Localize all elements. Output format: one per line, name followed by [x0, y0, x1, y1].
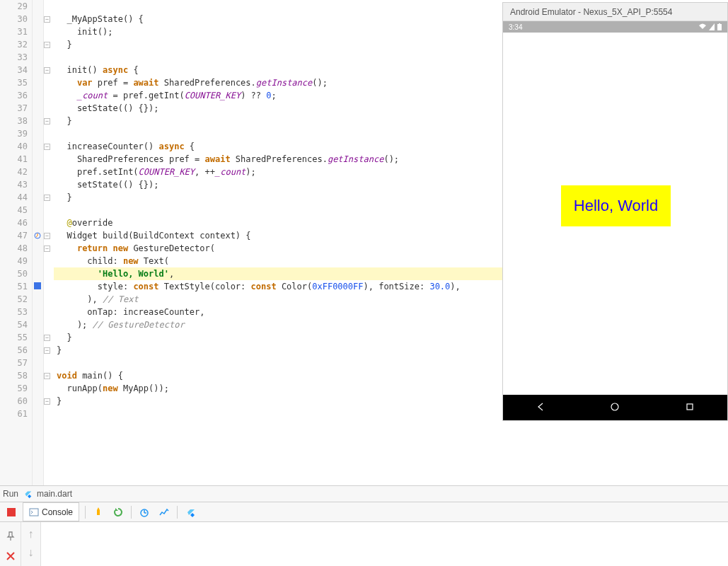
code-line[interactable]: ); // GestureDetector — [54, 318, 502, 331]
svg-rect-5 — [30, 509, 38, 516]
code-line[interactable]: onTap: increaseCounter, — [54, 306, 502, 318]
run-label: Run — [3, 489, 18, 499]
separator — [131, 506, 132, 519]
console-output[interactable]: ↑ ↓ — [21, 522, 728, 566]
close-icon[interactable] — [5, 550, 16, 562]
code-line[interactable] — [54, 408, 502, 420]
console-label: Console — [42, 507, 73, 517]
emulator-screen[interactable]: Hello, World — [503, 33, 727, 395]
code-line[interactable]: Widget build(BuildContext context) { — [54, 229, 502, 242]
arrow-column: ↑ ↓ — [21, 522, 41, 566]
line-number-gutter: 2930313233343536373839404142434445464748… — [0, 0, 33, 485]
separator — [85, 506, 86, 519]
nav-back-icon[interactable] — [536, 402, 545, 414]
code-line[interactable]: init(); — [54, 25, 502, 38]
editor-pane[interactable]: 2930313233343536373839404142434445464748… — [0, 0, 502, 485]
code-line[interactable]: return new GestureDetector( — [54, 242, 502, 255]
side-tool-column — [0, 522, 21, 566]
run-file-name: main.dart — [37, 489, 72, 499]
console-toolbar: Console — [0, 502, 728, 522]
code-line[interactable]: @override — [54, 216, 502, 229]
emulator-window[interactable]: Android Emulator - Nexus_5X_API_P:5554 3… — [502, 2, 728, 421]
restart-button[interactable] — [112, 507, 124, 518]
nav-recent-icon[interactable] — [685, 402, 695, 414]
code-line[interactable]: } — [54, 38, 502, 51]
code-line[interactable]: ), // Text — [54, 293, 502, 306]
flutter-inspector-button[interactable] — [185, 507, 196, 518]
emulator-pane: Android Emulator - Nexus_5X_API_P:5554 3… — [502, 0, 728, 485]
nav-home-icon[interactable] — [610, 402, 620, 414]
code-line[interactable] — [54, 204, 502, 216]
code-line[interactable]: child: new Text( — [54, 255, 502, 267]
ide-window: 2930313233343536373839404142434445464748… — [0, 0, 728, 566]
console-tab[interactable]: Console — [23, 502, 79, 521]
main-split: 2930313233343536373839404142434445464748… — [0, 0, 728, 485]
code-line[interactable]: } — [54, 344, 502, 357]
code-line[interactable]: pref.setInt(COUNTER_KEY, ++_count); — [54, 166, 502, 178]
svg-rect-1 — [717, 24, 722, 30]
battery-icon — [717, 23, 722, 30]
code-line[interactable]: style: const TextStyle(color: const Colo… — [54, 280, 502, 293]
code-line[interactable]: _count = pref.getInt(COUNTER_KEY) ?? 0; — [54, 89, 502, 102]
console-text-area[interactable] — [41, 522, 728, 566]
stop-button[interactable] — [7, 508, 16, 516]
signal-icon — [709, 23, 715, 30]
pin-icon[interactable] — [5, 531, 16, 542]
status-time: 3:34 — [509, 23, 522, 31]
separator — [177, 506, 178, 519]
arrow-up-icon[interactable]: ↑ — [28, 528, 34, 541]
code-line[interactable]: } — [54, 115, 502, 127]
status-icons — [696, 23, 722, 30]
hello-world-widget[interactable]: Hello, World — [561, 185, 671, 226]
emulator-title: Android Emulator - Nexus_5X_API_P:5554 — [503, 3, 727, 21]
code-line[interactable]: setState(() {}); — [54, 178, 502, 191]
svg-point-3 — [611, 403, 618, 410]
code-line[interactable]: init() async { — [54, 64, 502, 76]
code-line[interactable] — [54, 357, 502, 369]
run-bar[interactable]: Run main.dart — [0, 485, 728, 502]
emulator-status-bar: 3:34 — [503, 21, 727, 33]
code-line[interactable]: } — [54, 191, 502, 204]
svg-rect-4 — [687, 404, 693, 410]
console-body: ↑ ↓ — [0, 522, 728, 566]
code-line[interactable]: } — [54, 331, 502, 344]
observatory-button[interactable] — [139, 507, 150, 518]
code-line[interactable]: } — [54, 395, 502, 408]
timeline-button[interactable] — [158, 507, 170, 518]
code-line[interactable]: setState(() {}); — [54, 102, 502, 115]
code-line[interactable]: increaseCounter() async { — [54, 140, 502, 153]
code-line[interactable] — [54, 51, 502, 64]
code-area[interactable]: _MyAppState() { init(); } init() async {… — [54, 0, 502, 485]
code-line-highlighted[interactable]: 'Hello, World', — [54, 267, 502, 280]
emulator-nav-bar — [503, 395, 727, 420]
annotation-gutter — [33, 0, 44, 485]
code-line[interactable]: SharedPreferences pref = await SharedPre… — [54, 153, 502, 166]
fold-gutter: −−−−−−−−−−−− — [44, 0, 54, 485]
code-line[interactable]: runApp(new MyApp()); — [54, 382, 502, 395]
code-line[interactable]: var pref = await SharedPreferences.getIn… — [54, 76, 502, 89]
svg-rect-2 — [719, 23, 720, 24]
arrow-down-icon[interactable]: ↓ — [28, 546, 34, 559]
console-icon — [29, 507, 39, 517]
wifi-icon — [699, 23, 706, 30]
code-line[interactable] — [54, 0, 502, 13]
code-line[interactable]: _MyAppState() { — [54, 13, 502, 25]
flutter-icon — [23, 489, 33, 499]
hot-reload-button[interactable] — [93, 507, 104, 518]
code-line[interactable] — [54, 127, 502, 140]
code-line[interactable]: void main() { — [54, 369, 502, 382]
